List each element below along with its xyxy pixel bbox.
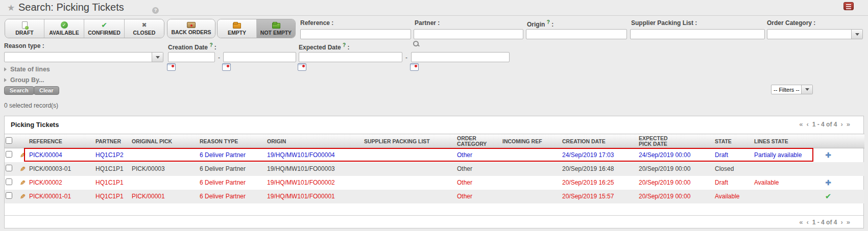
cell-order-category[interactable]: Other: [456, 176, 501, 190]
cell-order-category[interactable]: Other: [456, 148, 501, 162]
view-switch-icon[interactable]: [843, 2, 854, 10]
order-category-select[interactable]: [767, 29, 863, 39]
cell-order-category[interactable]: Other: [456, 190, 501, 203]
table-row[interactable]: ✎ PICK/00002 HQ1C1P1 6 Deliver Partner 1…: [5, 176, 864, 190]
cell-partner[interactable]: HQ1C1P2: [94, 148, 131, 162]
add-line-icon[interactable]: ✚: [825, 178, 831, 187]
cell-reference[interactable]: PICK/00003-01: [28, 162, 94, 176]
expected-date-from-input[interactable]: [299, 52, 402, 62]
reference-input[interactable]: [300, 29, 411, 39]
cell-reference[interactable]: PICK/00004: [28, 148, 94, 162]
last-page-icon[interactable]: »: [847, 120, 850, 128]
cell-reference[interactable]: PICK/00001-01: [28, 190, 94, 203]
cell-expected-pick-date[interactable]: 20/Sep/2019 00:00: [638, 162, 714, 176]
chevron-down-icon[interactable]: [152, 53, 163, 62]
table-row[interactable]: ✎ PICK/00004 HQ1C1P2 6 Deliver Partner 1…: [5, 148, 864, 162]
cell-incoming-ref[interactable]: [501, 176, 561, 190]
chevron-down-icon[interactable]: [801, 85, 812, 94]
partner-input[interactable]: [414, 29, 523, 39]
chevron-down-icon[interactable]: [851, 30, 862, 39]
creation-date-from-input[interactable]: [168, 52, 215, 62]
select-all-checkbox[interactable]: [6, 137, 12, 144]
next-page-icon[interactable]: ›: [840, 120, 842, 128]
row-checkbox[interactable]: [6, 151, 12, 158]
cell-original-pick[interactable]: [131, 148, 199, 162]
cell-reason-type[interactable]: 6 Deliver Partner: [199, 148, 266, 162]
cell-state[interactable]: Draft: [714, 148, 753, 162]
clear-button[interactable]: Clear: [34, 86, 59, 95]
filters-dropdown[interactable]: -- Filters --: [771, 85, 813, 94]
search-button[interactable]: Search: [4, 86, 34, 95]
column-header-supplier-packing-list[interactable]: SUPPLIER PACKING LIST: [363, 134, 456, 148]
cell-creation-date[interactable]: 20/Sep/2019 15:57: [561, 190, 638, 203]
cell-lines-state[interactable]: Available: [753, 176, 810, 190]
calendar-icon[interactable]: [298, 63, 306, 71]
supplier-packing-list-input[interactable]: [630, 29, 765, 39]
cell-creation-date[interactable]: 20/Sep/2019 16:25: [561, 176, 638, 190]
table-row[interactable]: ✎ PICK/00003-01 HQ1C1P1 PICK/00003 6 Del…: [5, 162, 864, 176]
column-header-origin[interactable]: ORIGIN: [266, 134, 363, 148]
next-page-icon[interactable]: ›: [840, 218, 842, 226]
cell-creation-date[interactable]: 24/Sep/2019 17:03: [561, 148, 638, 162]
first-page-icon[interactable]: «: [799, 120, 803, 128]
cell-origin[interactable]: 19/HQ/MW101/FO00002: [266, 176, 363, 190]
cell-origin[interactable]: 19/HQ/MW101/FO00003: [266, 162, 363, 176]
expected-date-to-input[interactable]: [411, 52, 510, 62]
cell-original-pick[interactable]: PICK/00001: [131, 190, 199, 203]
cell-supplier-packing-list[interactable]: [363, 176, 456, 190]
closed-filter-button[interactable]: ✖ CLOSED: [125, 19, 164, 38]
previous-page-icon[interactable]: ‹: [806, 218, 808, 226]
calendar-icon[interactable]: [167, 63, 176, 71]
row-checkbox[interactable]: [6, 178, 12, 185]
column-header-lines-state[interactable]: LINES STATE: [753, 134, 810, 148]
cell-supplier-packing-list[interactable]: [363, 190, 456, 203]
calendar-icon[interactable]: [410, 63, 419, 71]
done-icon[interactable]: ✔: [825, 192, 832, 200]
column-header-reference[interactable]: REFERENCE: [28, 134, 94, 148]
back-orders-filter-button[interactable]: BACK ORDERS: [167, 19, 215, 38]
cell-expected-pick-date[interactable]: 20/Sep/2019 00:00: [638, 176, 714, 190]
edit-pencil-icon[interactable]: ✎: [20, 151, 26, 159]
cell-partner[interactable]: HQ1C1P1: [94, 162, 131, 176]
edit-pencil-icon[interactable]: ✎: [20, 179, 26, 187]
column-header-original-pick[interactable]: ORIGINAL PICK: [131, 134, 199, 148]
not-empty-filter-button[interactable]: NOT EMPTY: [257, 19, 295, 38]
cell-state[interactable]: Closed: [714, 162, 753, 176]
cell-incoming-ref[interactable]: [501, 162, 561, 176]
add-line-icon[interactable]: ✚: [825, 151, 831, 159]
last-page-icon[interactable]: »: [847, 218, 850, 226]
group-by-expander[interactable]: Group By...: [4, 76, 44, 84]
creation-date-to-input[interactable]: [223, 52, 296, 62]
row-checkbox[interactable]: [6, 165, 12, 171]
cell-reference[interactable]: PICK/00002: [28, 176, 94, 190]
column-header-creation-date[interactable]: CREATION DATE: [561, 134, 638, 148]
calendar-icon[interactable]: [222, 63, 231, 71]
cell-creation-date[interactable]: 20/Sep/2019 16:48: [561, 162, 638, 176]
cell-expected-pick-date[interactable]: 20/Sep/2019 00:00: [638, 190, 714, 203]
row-checkbox[interactable]: [6, 192, 12, 199]
cell-order-category[interactable]: Other: [456, 162, 501, 176]
cell-origin[interactable]: 19/HQ/MW101/FO00001: [266, 190, 363, 203]
cell-supplier-packing-list[interactable]: [363, 162, 456, 176]
cell-partner[interactable]: HQ1C1P1: [94, 190, 131, 203]
available-filter-button[interactable]: ✓ AVAILABLE: [44, 19, 84, 38]
edit-pencil-icon[interactable]: ✎: [20, 165, 26, 173]
cell-incoming-ref[interactable]: [501, 148, 561, 162]
edit-pencil-icon[interactable]: ✎: [20, 193, 26, 200]
title-help-icon[interactable]: ?: [152, 7, 159, 14]
column-header-partner[interactable]: PARTNER: [94, 134, 131, 148]
column-header-expected-pick-date[interactable]: EXPECTED PICK DATE: [638, 134, 714, 148]
cell-supplier-packing-list[interactable]: [363, 148, 456, 162]
cell-state[interactable]: Draft: [714, 176, 753, 190]
column-header-order-category[interactable]: ORDER CATEGORY: [456, 134, 501, 148]
cell-lines-state[interactable]: Partially available: [753, 148, 810, 162]
cell-state[interactable]: Available: [714, 190, 753, 203]
state-of-lines-expander[interactable]: State of lines: [4, 66, 50, 73]
column-header-incoming-ref[interactable]: INCOMING REF: [501, 134, 561, 148]
cell-lines-state[interactable]: [753, 162, 810, 176]
cell-incoming-ref[interactable]: [501, 190, 561, 203]
column-header-reason-type[interactable]: REASON TYPE: [199, 134, 266, 148]
draft-filter-button[interactable]: DRAFT: [5, 19, 44, 38]
column-header-state[interactable]: STATE: [714, 134, 753, 148]
empty-filter-button[interactable]: EMPTY: [218, 19, 257, 38]
